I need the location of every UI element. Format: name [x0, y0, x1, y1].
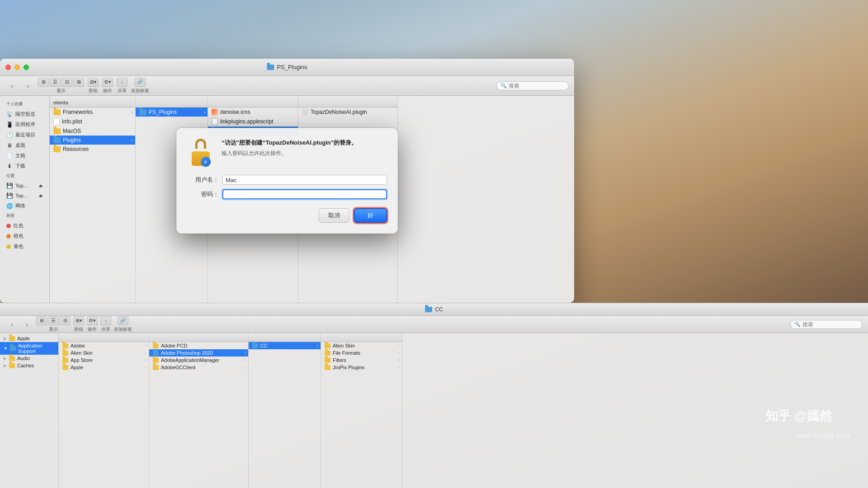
chevron-adobeappmgr: ›	[245, 358, 246, 362]
tag-btn-bottom[interactable]: 🔗	[118, 316, 128, 325]
bottom-col-3: CC ›	[249, 333, 321, 488]
dialog-title: “访达”想要创建“TopazDeNoiseAI.plugin”的替身。	[222, 139, 387, 147]
expand-icon-apple: ▶	[4, 336, 7, 341]
action-btn-bottom[interactable]: ⚙▾	[87, 316, 98, 325]
action-group-bottom: ⚙▾ 操作	[87, 316, 98, 333]
folder-icon-adobeappmgr	[153, 358, 159, 363]
search-input-bottom[interactable]	[802, 321, 859, 328]
bottom-item-adobepcd[interactable]: Adobe PCD ›	[149, 342, 248, 349]
titlebar-bottom: CC	[0, 303, 868, 316]
forward-button-bottom[interactable]: ›	[21, 320, 33, 329]
bottom-item-fileformats[interactable]: File Formats ›	[321, 349, 402, 357]
bottom-item-jixipix[interactable]: JixiPix Plugins ›	[321, 364, 402, 371]
bottom-sidebar-caches[interactable]: ▶ Caches	[0, 362, 58, 369]
bottom-item-adobeappmgr[interactable]: AdobeApplicationManager ›	[149, 357, 248, 364]
bottom-col-header-1	[59, 333, 149, 342]
dialog-icon: F	[187, 139, 214, 166]
dialog-overlay: F “访达”想要创建“TopazDeNoiseAI.plugin”的替身。 输入…	[0, 59, 574, 303]
dialog-text-area: “访达”想要创建“TopazDeNoiseAI.plugin”的替身。 输入密码…	[222, 139, 387, 157]
folder-icon-caches	[9, 363, 15, 368]
finder-window-bottom: CC ‹ › ⊞ ☰ ⊟ 显示 ⊞▾ 群组 ⚙▾ 操作 ↑ 共享 🔗 添加标签	[0, 303, 868, 488]
dialog-subtitle: 输入密码以允许此次操作。	[222, 150, 387, 157]
col-view-bottom[interactable]: ⊟	[60, 316, 71, 325]
username-input[interactable]	[222, 175, 387, 185]
group-group-bottom: ⊞▾ 群组	[73, 316, 84, 333]
sidebar-bottom: ▶ Apple ▼ Application Support ▶ Audio ▶ …	[0, 333, 59, 488]
bottom-title-folder-icon	[425, 307, 432, 312]
folder-icon-photoshop2020	[153, 351, 159, 356]
bottom-col-1: Adobe › Alien Skin › App Store › Apple ›	[59, 333, 149, 488]
share-group-bottom: ↑ 共享	[100, 316, 111, 333]
chevron-filters: ›	[398, 358, 400, 362]
folder-icon-alienskin	[62, 351, 68, 356]
expand-icon-appsupport: ▼	[4, 346, 8, 351]
chevron-cc: ›	[317, 343, 318, 348]
bottom-item-apple[interactable]: Apple ›	[59, 364, 149, 371]
bottom-item-alienskin[interactable]: Alien Skin ›	[59, 349, 149, 357]
ok-button[interactable]: 好	[354, 208, 387, 223]
password-input[interactable]	[222, 189, 387, 199]
share-btn-bottom[interactable]: ↑	[100, 316, 111, 325]
bottom-item-appstore[interactable]: App Store ›	[59, 357, 149, 364]
bottom-item-photoshop2020[interactable]: Adobe Photoshop 2020 ›	[149, 349, 248, 357]
bottom-col-4: Alien Skin › File Formats › Filters › Ji…	[321, 333, 402, 488]
bottom-item-adobe[interactable]: Adobe ›	[59, 342, 149, 349]
search-box-bottom[interactable]: 🔍	[790, 320, 863, 329]
lock-badge: F	[201, 157, 211, 167]
bottom-columns: Adobe › Alien Skin › App Store › Apple ›	[59, 333, 868, 488]
bottom-item-cc[interactable]: CC ›	[249, 342, 321, 349]
bottom-col-2: Adobe PCD › Adobe Photoshop 2020 › Adobe…	[149, 333, 249, 488]
password-dialog: F “访达”想要创建“TopazDeNoiseAI.plugin”的替身。 输入…	[176, 128, 398, 234]
chevron-adobegc: ›	[245, 365, 246, 370]
folder-icon-adobegc	[153, 365, 159, 370]
password-row: 密码：	[187, 189, 387, 199]
share-label-bottom: 共享	[101, 326, 110, 333]
bottom-item-alienskin2[interactable]: Alien Skin ›	[321, 342, 402, 349]
back-button-bottom[interactable]: ‹	[5, 320, 18, 329]
username-row: 用户名：	[187, 175, 387, 185]
lock-shackle	[195, 139, 206, 149]
folder-icon-adobepcd	[153, 343, 159, 348]
chevron-photoshop2020: ›	[245, 351, 246, 355]
expand-icon-caches: ▶	[4, 363, 7, 368]
list-view-bottom[interactable]: ☰	[48, 316, 59, 325]
bottom-sidebar-audio[interactable]: ▶ Audio	[0, 355, 58, 362]
group-btn-bottom[interactable]: ⊞▾	[73, 316, 84, 325]
group-label-bottom: 群组	[74, 326, 83, 333]
icon-view-bottom[interactable]: ⊞	[36, 316, 47, 325]
chevron-apple: ›	[145, 365, 146, 370]
dialog-content: F “访达”想要创建“TopazDeNoiseAI.plugin”的替身。 输入…	[187, 139, 387, 166]
chevron-fileformats: ›	[398, 351, 400, 355]
folder-icon-alienskin2	[325, 343, 330, 348]
chevron-adobepcd: ›	[245, 343, 246, 348]
tag-group-bottom: 🔗 添加标签	[114, 316, 132, 333]
bottom-sidebar-apple[interactable]: ▶ Apple	[0, 335, 58, 342]
bottom-item-adobegc[interactable]: AdobeGCClient ›	[149, 364, 248, 371]
bottom-item-filters[interactable]: Filters ›	[321, 357, 402, 364]
bottom-sidebar-appsupport[interactable]: ▼ Application Support	[0, 342, 58, 355]
folder-icon-apple-sidebar	[9, 336, 15, 341]
password-label: 密码：	[187, 190, 219, 198]
dialog-form: 用户名： 密码：	[187, 175, 387, 199]
folder-icon-filters	[325, 358, 330, 363]
folder-icon-cc	[252, 343, 258, 348]
dialog-buttons: 取消 好	[187, 208, 387, 223]
expand-icon-audio: ▶	[4, 356, 7, 361]
folder-icon-adobe	[62, 343, 68, 348]
bottom-file-area: ▶ Apple ▼ Application Support ▶ Audio ▶ …	[0, 333, 868, 488]
bottom-col-header-3	[249, 333, 321, 342]
folder-icon-appstore	[62, 358, 68, 363]
folder-icon-fileformats	[325, 351, 330, 356]
view-group-bottom: ⊞ ☰ ⊟ 显示	[36, 316, 71, 333]
bottom-col-header-2	[149, 333, 248, 342]
bottom-window-title: CC	[435, 306, 443, 313]
cancel-button[interactable]: 取消	[319, 208, 349, 223]
folder-icon-jixipix	[325, 365, 330, 370]
chevron-jixipix: ›	[398, 365, 400, 370]
action-label-bottom: 操作	[88, 326, 97, 333]
view-label-bottom: 显示	[49, 326, 58, 333]
svg-text:F: F	[204, 160, 207, 164]
chevron-alienskin: ›	[145, 351, 146, 355]
chevron-adobe: ›	[145, 343, 146, 348]
search-icon-bottom: 🔍	[794, 321, 801, 327]
